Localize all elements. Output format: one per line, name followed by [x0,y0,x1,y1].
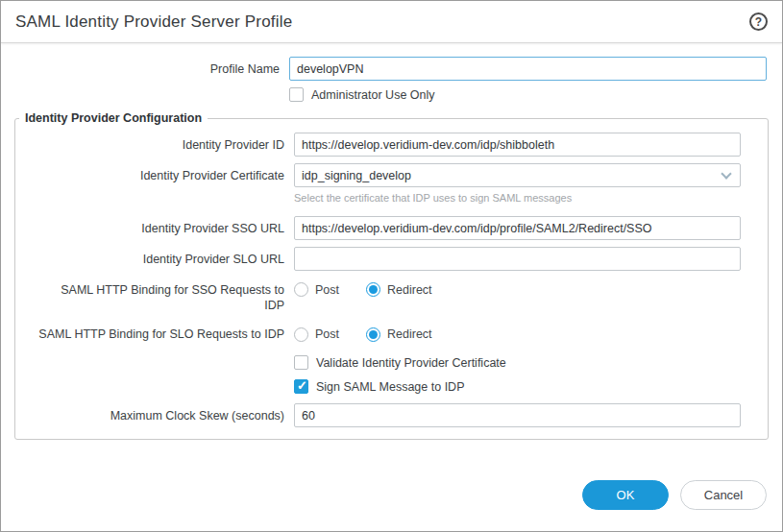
profile-name-input[interactable] [289,57,767,81]
slo-binding-options: Post Redirect [294,327,741,342]
sign-saml-message-label: Sign SAML Message to IDP [316,380,464,394]
sso-binding-redirect-label: Redirect [387,283,432,297]
help-icon[interactable]: ? [749,12,768,31]
idp-certificate-select[interactable]: idp_signing_develop [294,163,741,187]
idp-certificate-value: idp_signing_develop [302,169,722,182]
saml-idp-server-profile-dialog: SAML Identity Provider Server Profile ? … [0,0,783,532]
dialog-header: SAML Identity Provider Server Profile ? [1,1,782,43]
dialog-footer: OK Cancel [582,480,767,510]
dialog-form: Profile Name Administrator Use Only Iden… [1,43,782,440]
profile-name-label: Profile Name [1,61,289,77]
validate-idp-certificate-label: Validate Identity Provider Certificate [316,356,506,370]
idp-certificate-hint: Select the certificate that IDP uses to … [294,189,741,204]
clock-skew-input[interactable] [294,403,741,427]
idp-certificate-label: Identity Provider Certificate [15,168,294,183]
cancel-button[interactable]: Cancel [680,480,767,510]
idp-slo-url-label: Identity Provider SLO URL [15,252,294,267]
idp-sso-url-label: Identity Provider SSO URL [15,221,294,236]
chevron-down-icon [721,168,731,179]
administrator-use-only-label: Administrator Use Only [311,88,435,102]
idp-sso-url-input[interactable] [294,216,741,240]
idp-id-label: Identity Provider ID [15,137,294,153]
validate-idp-certificate-checkbox[interactable] [294,355,308,370]
sso-binding-options: Post Redirect [294,282,741,297]
administrator-use-only-checkbox[interactable] [289,87,304,102]
ok-button[interactable]: OK [582,480,669,510]
sso-binding-label: SAML HTTP Binding for SSO Requests to ID… [15,282,294,313]
idp-id-input[interactable] [294,133,741,157]
slo-binding-post-radio[interactable] [294,327,308,342]
sso-binding-post-radio[interactable] [294,282,308,297]
slo-binding-label: SAML HTTP Binding for SLO Requests to ID… [15,326,294,342]
slo-binding-redirect-label: Redirect [387,327,432,341]
slo-binding-post-label: Post [315,327,339,341]
sso-binding-redirect-radio[interactable] [366,282,380,297]
slo-binding-redirect-radio[interactable] [366,327,380,342]
clock-skew-label: Maximum Clock Skew (seconds) [15,408,294,423]
sign-saml-message-checkbox[interactable] [294,379,308,394]
identity-provider-configuration-legend: Identity Provider Configuration [19,111,208,125]
identity-provider-configuration-group: Identity Provider Configuration Identity… [14,111,769,440]
sso-binding-post-label: Post [315,283,339,297]
idp-slo-url-input[interactable] [294,247,741,271]
dialog-title: SAML Identity Provider Server Profile [15,12,292,32]
